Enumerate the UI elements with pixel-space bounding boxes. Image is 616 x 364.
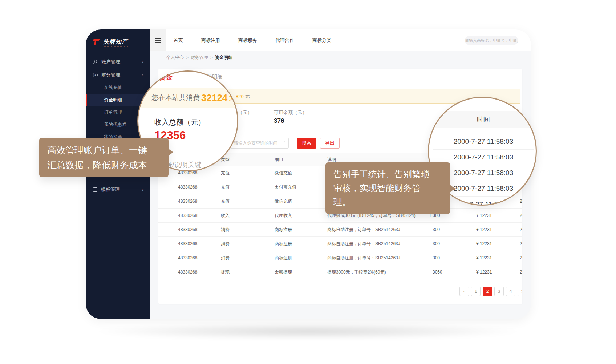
callout-text-line: 审核，实现智能财务管 [333,181,442,195]
cell-time: 2000-7-27 11:58:03 [520,194,522,209]
cell-balance: ¥ 12231 [476,209,492,223]
cell-time: 2000-7-27 11:58:03 [520,223,522,237]
cell-project: 支付宝充值 [275,180,296,194]
cell-type: 消费 [221,223,230,237]
calendar-icon [281,141,285,145]
sidebar-item-label: 账户管理 [101,58,141,65]
pagination: ‹ 1 2 3 4 5 [459,287,522,296]
pagination-page-3[interactable]: 3 [494,287,504,296]
banner-amount-fragment: 820 元 [236,89,250,103]
cell-order: 48330268 [178,251,197,265]
sidebar-item-templates[interactable]: 模板管理 ∨ [86,183,150,196]
cell-order: 48330268 [178,194,197,209]
cell-project: 微信充值 [275,194,292,209]
cell-time: 2000-7-27 11:58:03 [520,209,522,223]
pagination-page-1[interactable]: 1 [471,287,481,296]
cell-project: 商标注册 [275,251,292,265]
cell-order: 48330268 [178,209,197,223]
sidebar-item-label: 订单管理 [104,109,122,116]
magnified-banner: 您在本站共消费 32124 大 [137,88,238,108]
cell-project: 微信充值 [275,166,292,180]
table-row: 48330268 消费 商标注册 商标自助注册，订单号：SB2514263J –… [158,223,522,237]
coin-icon [93,73,98,77]
breadcrumb-item[interactable]: 财务管理 [191,54,208,61]
nav-item-trademark-service[interactable]: 商标服务 [238,37,257,44]
search-input[interactable] [465,36,518,45]
cell-desc: 提现3000元，手续费2%(60元) [327,265,386,279]
cell-amount: – 300 [429,223,440,237]
chevron-down-icon: ∨ [141,188,144,191]
table-row: 48330268 消费 商标注册 商标自助注册，订单号：SB2514263J –… [158,237,522,251]
stat-expense-label: （元） [238,109,252,116]
chevron-down-icon: ∨ [141,60,144,64]
stat-balance-label: 可用余额（元） [274,109,307,116]
cell-order: 48330268 [178,223,197,237]
breadcrumb: 个人中心 > 财务管理 > 资金明细 [150,52,531,64]
cell-order: 48330268 [178,180,197,194]
sidebar-item-label: 资金明细 [104,97,122,103]
cell-balance: ¥ 12231 [476,223,492,237]
laptop-base-shadow [33,321,583,341]
cell-type: 充值 [221,166,230,180]
cell-order: 48330268 [178,237,197,251]
cell-balance: ¥ 12231 [476,251,492,265]
date-range-input[interactable] [230,138,289,149]
cell-type: 收入 [221,209,230,223]
cell-amount: – 300 [429,237,440,251]
cell-type: 提现 [221,265,230,279]
cell-project: 代理收入 [275,209,292,223]
nav-items: 首页 商标注册 商标服务 代理合作 商标分类 [174,37,331,44]
nav-item-trademark-register[interactable]: 商标注册 [201,37,220,44]
top-navbar: 首页 商标注册 商标服务 代理合作 商标分类 [150,29,531,51]
pagination-page-5[interactable]: 5 [518,287,522,296]
callout-left: 高效管理账户订单、一键 汇总数据，降低财务成本 [39,138,169,177]
person-icon [93,60,98,64]
banner-unit: 元 [245,93,250,100]
cell-time: 2000-7-27 11:58:03 [520,237,522,251]
search-button[interactable]: 搜索 [297,138,316,149]
cell-desc: 商标自助注册，订单号：SB2514263J [327,251,400,265]
nav-item-trademark-category[interactable]: 商标分类 [312,37,331,44]
callout-text-line: 汇总数据，降低财务成本 [47,158,161,173]
sidebar-item-online-recharge[interactable]: 在线充值 [86,82,150,93]
cell-type: 消费 [221,251,230,265]
sidebar-item-label: 在线充值 [104,85,122,91]
pagination-page-4[interactable]: 4 [506,287,515,296]
stat-divider [267,108,267,128]
callout-arrow-icon [168,149,173,156]
cell-desc: 商标自助注册，订单号：SB2514263J [327,223,400,237]
sidebar-item-account[interactable]: 账户管理 ∨ [86,56,150,68]
pagination-page-2-active[interactable]: 2 [483,287,492,296]
callout-text-line: 高效管理账户订单、一键 [47,143,161,158]
hamburger-menu-icon[interactable] [150,29,166,51]
breadcrumb-separator: > [186,55,189,60]
nav-item-agency[interactable]: 代理合作 [275,37,294,44]
cell-balance: ¥ 12231 [476,237,492,251]
logo-tagline [104,46,128,47]
sort-caret-icon[interactable]: ∨ [276,153,279,166]
sidebar-item-label: 财务管理 [101,72,141,78]
sidebar-item-label: 模板管理 [101,186,141,193]
sidebar-item-label: 我的优惠券 [104,122,127,128]
cell-desc: 商标自助注册，订单号：SB2514263J [327,237,400,251]
magnified-time-header: 时间 [429,111,537,128]
cell-project: 余额提现 [275,265,292,279]
pagination-prev-icon[interactable]: ‹ [459,287,469,296]
cell-amount: – 3060 [429,265,442,279]
magnified-income-label: 收入总额（元） [154,117,205,127]
cell-type: 消费 [221,237,230,251]
cell-order: 48330268 [178,265,197,279]
magnified-time-row: 2000-7-27 11:58:03 [433,134,534,150]
logo: 头牌知产 [92,37,128,46]
template-icon [93,187,97,192]
callout-text-line: 理。 [333,195,442,209]
table-row: 48330268 提现 余额提现 提现3000元，手续费2%(60元) – 30… [158,265,522,279]
cell-project: 商标注册 [275,237,292,251]
banner-amount: 820 [236,94,244,99]
nav-item-home[interactable]: 首页 [174,37,183,44]
export-button[interactable]: 导出 [320,138,340,149]
sidebar-item-finance[interactable]: 财务管理 ∧ [86,69,150,81]
breadcrumb-item[interactable]: 个人中心 [166,54,184,61]
cell-time: 2000-7-27 11:58:03 [520,265,522,279]
callout-arrow-icon [450,185,455,192]
